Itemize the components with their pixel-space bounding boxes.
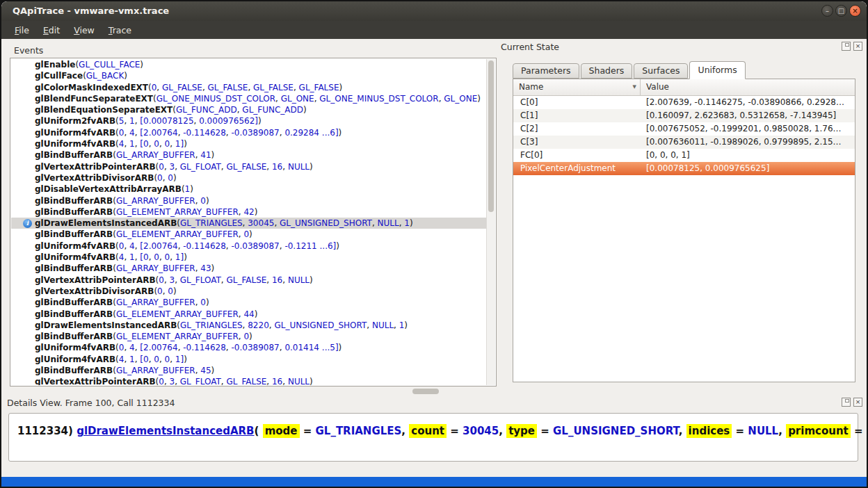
event-function: glBindBufferARB (35, 298, 113, 307)
event-row[interactable]: glVertexAttribPointerARB(0, 3, GL_FLOAT,… (11, 376, 487, 385)
event-row[interactable]: glColorMaskIndexedEXT(0, GL_FALSE, GL_FA… (11, 82, 487, 93)
event-row[interactable]: glBindBufferARB(GL_ELEMENT_ARRAY_BUFFER,… (11, 206, 487, 218)
menubar-items: FileEditViewTrace (1, 21, 867, 39)
close-icon[interactable]: × (853, 398, 862, 407)
details-dock-buttons: × (842, 398, 862, 407)
event-row[interactable]: glUniform2fvARB(5, 1, [0.00078125, 0.000… (11, 115, 487, 127)
event-row[interactable]: glBindBufferARB(GL_ARRAY_BUFFER, 41) (11, 149, 487, 161)
event-arg: GL_ELEMENT_ARRAY_BUFFER (116, 332, 239, 341)
param-name: indices (686, 424, 732, 438)
close-button-icon[interactable]: × (849, 5, 861, 17)
event-arg: 1 (127, 252, 134, 262)
event-function: glBindBufferARB (35, 263, 113, 273)
uniform-value: [0.007675052, -0.1999201, 0.9850028, 1.7… (641, 122, 855, 136)
event-arg: [2.00764 (138, 343, 178, 352)
uniform-value: [0, 0, 0, 1] (641, 149, 855, 162)
event-arg: -0.1211 ...6] (282, 241, 337, 251)
event-arg: 16 (269, 377, 282, 385)
event-function: glVertexAttribPointerARB (35, 275, 156, 285)
event-row[interactable]: glVertexAttribPointerARB(0, 3, GL_FLOAT,… (11, 161, 487, 172)
event-row[interactable]: glDisableVertexAttribArrayARB(1) (11, 184, 487, 195)
undock-icon[interactable] (842, 398, 851, 407)
menu-edit[interactable]: Edit (37, 23, 66, 38)
event-arg: 1 (127, 355, 134, 364)
event-row[interactable]: glBindBufferARB(GL_ARRAY_BUFFER, 0) (11, 195, 487, 206)
maximize-button-icon[interactable]: □ (835, 5, 847, 17)
titlebar[interactable]: QApiTrace - vmware-vmx.trace –□× (1, 1, 867, 22)
event-row[interactable]: glBindBufferARB(GL_ARRAY_BUFFER, 43) (11, 263, 487, 274)
table-row[interactable]: C[0][2.007639, -0.1146275, -0.03890866, … (513, 96, 855, 109)
uniform-value: [2.007639, -0.1146275, -0.03890866, 0.29… (641, 96, 855, 109)
uniform-name: C[2] (513, 122, 641, 136)
event-row[interactable]: glBindBufferARB(GL_ELEMENT_ARRAY_BUFFER,… (11, 309, 487, 320)
details-view: 1112334) glDrawElementsInstancedARB( mod… (8, 413, 858, 462)
event-row[interactable]: iglDrawElementsInstancedARB(GL_TRIANGLES… (11, 218, 487, 229)
event-row[interactable]: glUniform4fvARB(0, 4, [2.00764, -0.11462… (11, 127, 487, 138)
event-arg: GL_ONE (441, 94, 477, 104)
menu-view[interactable]: View (67, 23, 101, 38)
event-row[interactable]: glBindBufferARB(GL_ARRAY_BUFFER, 0) (11, 297, 487, 308)
event-function: glVertexAttribPointerARB (35, 162, 156, 172)
undock-icon[interactable] (842, 42, 851, 51)
event-row[interactable]: glBindBufferARB(GL_ELEMENT_ARRAY_BUFFER,… (11, 331, 487, 342)
event-arg: [0 (138, 252, 149, 262)
event-row[interactable]: glUniform4fvARB(4, 1, [0, 0, 0, 1]) (11, 252, 487, 263)
menu-trace[interactable]: Trace (102, 23, 138, 38)
event-row[interactable]: glUniform4fvARB(0, 4, [2.00764, -0.11462… (11, 241, 487, 252)
events-list[interactable]: glEnable(GL_CULL_FACE)glCullFace(GL_BACK… (10, 58, 497, 387)
event-arg: 41 (198, 150, 211, 160)
event-row[interactable]: glBlendFuncSeparateEXT(GL_ONE_MINUS_DST_… (11, 93, 487, 104)
event-row[interactable]: glBindBufferARB(GL_ELEMENT_ARRAY_BUFFER,… (11, 229, 487, 240)
event-arg: 1] (172, 355, 184, 364)
tab-surfaces[interactable]: Surfaces (634, 63, 688, 79)
column-header-name[interactable]: Name ▼ (513, 79, 641, 95)
window-title: QApiTrace - vmware-vmx.trace (13, 6, 169, 16)
menu-file[interactable]: File (8, 23, 35, 38)
event-row[interactable]: glEnable(GL_CULL_FACE) (11, 59, 487, 70)
event-row[interactable]: glVertexAttribPointerARB(0, 3, GL_FLOAT,… (11, 275, 487, 286)
events-horizontal-scrollbar-thumb[interactable] (412, 389, 439, 394)
event-row[interactable]: glUniform4fvARB(4, 1, [0, 0, 0, 1]) (11, 138, 487, 149)
event-row[interactable]: glUniform4fvARB(4, 1, [0, 0, 0, 1]) (11, 354, 487, 365)
event-row[interactable]: glBlendEquationSeparateEXT(GL_FUNC_ADD, … (11, 104, 487, 115)
event-function: glDrawElementsInstancedARB (35, 320, 177, 330)
event-arg: 3 (167, 275, 175, 285)
event-row[interactable]: glUniform4fvARB(0, 4, [2.00764, -0.11462… (11, 342, 487, 353)
event-row[interactable]: glVertexAttribDivisorARB(0, 0) (11, 286, 487, 297)
event-arg: GL_FALSE (296, 83, 339, 92)
tab-uniforms[interactable]: Uniforms (689, 61, 745, 79)
event-row[interactable]: glVertexAttribDivisorARB(0, 0) (11, 172, 487, 184)
table-row[interactable]: C[3][0.007636011, -0.1989026, 0.9799895,… (513, 136, 855, 149)
table-row[interactable]: C[2][0.007675052, -0.1999201, 0.9850028,… (513, 122, 855, 136)
call-number: 1112334) (17, 425, 77, 437)
uniforms-table-header[interactable]: Name ▼ Value (513, 79, 855, 96)
tab-shaders[interactable]: Shaders (581, 63, 633, 79)
events-vertical-scrollbar-thumb[interactable] (488, 60, 494, 212)
event-function: glBindBufferARB (35, 196, 113, 206)
event-arg: 43 (198, 263, 211, 273)
event-arg: 45 (198, 366, 211, 375)
table-row[interactable]: PixelCenterAdjustment[0.00078125, 0.0009… (513, 162, 855, 175)
undock-icon-glyph (845, 399, 849, 402)
table-row[interactable]: FC[0][0, 0, 0, 1] (513, 149, 855, 162)
column-header-value[interactable]: Value (641, 79, 855, 95)
event-row[interactable]: glCullFace(GL_BACK) (11, 70, 487, 81)
close-icon[interactable]: × (853, 42, 862, 51)
param-value: GL_TRIANGLES (316, 425, 402, 437)
event-arg: 0 (157, 173, 163, 183)
event-function: glUniform2fvARB (35, 116, 115, 126)
uniform-name: FC[0] (513, 149, 641, 162)
events-vertical-scrollbar[interactable] (486, 59, 495, 385)
tab-parameters[interactable]: Parameters (513, 63, 579, 79)
event-arg: 0 (162, 355, 170, 364)
event-arg: NULL (369, 320, 394, 330)
event-arg: 0 (159, 162, 164, 172)
window-buttons: –□× (821, 5, 861, 17)
call-function-link[interactable]: glDrawElementsInstancedARB (77, 425, 254, 437)
event-row[interactable]: glBindBufferARB(GL_ARRAY_BUFFER, 45) (11, 365, 487, 376)
table-row[interactable]: C[1][0.160097, 2.623683, 0.5312658, -7.1… (513, 109, 855, 122)
event-arg: GL_FALSE (250, 83, 294, 92)
event-row[interactable]: glDrawElementsInstancedARB(GL_TRIANGLES,… (11, 320, 487, 331)
minimize-button-icon[interactable]: – (821, 5, 833, 17)
uniform-name: C[1] (513, 109, 641, 122)
